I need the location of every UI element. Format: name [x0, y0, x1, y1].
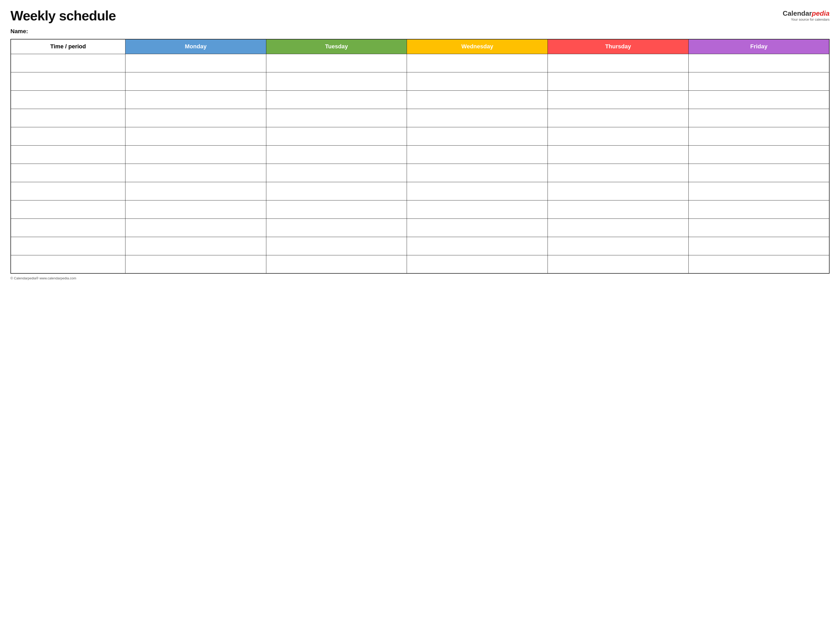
table-row: [11, 72, 829, 90]
table-cell[interactable]: [266, 218, 407, 237]
table-cell[interactable]: [125, 54, 266, 72]
schedule-table: Time / period Monday Tuesday Wednesday T…: [11, 39, 829, 274]
table-cell[interactable]: [11, 145, 125, 164]
table-cell[interactable]: [548, 218, 689, 237]
table-cell[interactable]: [548, 182, 689, 200]
table-cell[interactable]: [11, 127, 125, 145]
table-cell[interactable]: [688, 90, 829, 109]
table-cell[interactable]: [548, 200, 689, 218]
table-cell[interactable]: [11, 90, 125, 109]
logo-calendar-part: Calendar: [783, 9, 812, 17]
col-header-monday: Monday: [125, 39, 266, 54]
table-row: [11, 109, 829, 127]
table-cell[interactable]: [407, 237, 548, 255]
table-cell[interactable]: [407, 90, 548, 109]
table-cell[interactable]: [11, 218, 125, 237]
table-cell[interactable]: [125, 145, 266, 164]
table-cell[interactable]: [125, 218, 266, 237]
table-cell[interactable]: [266, 127, 407, 145]
logo-block: Calendarpedia Your source for calendars: [783, 9, 829, 22]
table-cell[interactable]: [688, 54, 829, 72]
table-row: [11, 237, 829, 255]
col-header-friday: Friday: [688, 39, 829, 54]
table-cell[interactable]: [548, 109, 689, 127]
table-cell[interactable]: [407, 164, 548, 182]
table-cell[interactable]: [266, 182, 407, 200]
table-cell[interactable]: [688, 237, 829, 255]
table-cell[interactable]: [266, 164, 407, 182]
table-cell[interactable]: [125, 200, 266, 218]
table-cell[interactable]: [11, 164, 125, 182]
table-cell[interactable]: [125, 127, 266, 145]
table-cell[interactable]: [125, 109, 266, 127]
table-cell[interactable]: [266, 237, 407, 255]
table-cell[interactable]: [11, 54, 125, 72]
footer-text: © Calendarpedia® www.calendarpedia.com: [11, 276, 829, 280]
table-cell[interactable]: [266, 255, 407, 273]
table-cell[interactable]: [11, 200, 125, 218]
table-cell[interactable]: [407, 72, 548, 90]
table-cell[interactable]: [688, 200, 829, 218]
col-header-thursday: Thursday: [548, 39, 689, 54]
table-row: [11, 182, 829, 200]
col-header-wednesday: Wednesday: [407, 39, 548, 54]
table-cell[interactable]: [11, 72, 125, 90]
table-cell[interactable]: [125, 182, 266, 200]
table-cell[interactable]: [548, 127, 689, 145]
table-cell[interactable]: [11, 255, 125, 273]
table-cell[interactable]: [407, 255, 548, 273]
table-cell[interactable]: [266, 200, 407, 218]
table-cell[interactable]: [688, 164, 829, 182]
table-cell[interactable]: [548, 54, 689, 72]
table-cell[interactable]: [548, 255, 689, 273]
table-header-row: Time / period Monday Tuesday Wednesday T…: [11, 39, 829, 54]
table-row: [11, 90, 829, 109]
logo-sub: Your source for calendars: [783, 17, 829, 22]
table-cell[interactable]: [548, 72, 689, 90]
table-cell[interactable]: [407, 109, 548, 127]
table-cell[interactable]: [688, 182, 829, 200]
table-cell[interactable]: [688, 218, 829, 237]
table-row: [11, 145, 829, 164]
table-cell[interactable]: [266, 90, 407, 109]
table-cell[interactable]: [407, 54, 548, 72]
logo-pedia-part: pedia: [812, 9, 829, 17]
table-row: [11, 127, 829, 145]
table-cell[interactable]: [688, 72, 829, 90]
table-cell[interactable]: [407, 218, 548, 237]
table-row: [11, 54, 829, 72]
table-cell[interactable]: [688, 255, 829, 273]
table-cell[interactable]: [11, 237, 125, 255]
table-cell[interactable]: [407, 182, 548, 200]
table-cell[interactable]: [688, 145, 829, 164]
table-cell[interactable]: [11, 182, 125, 200]
table-cell[interactable]: [266, 145, 407, 164]
table-cell[interactable]: [125, 255, 266, 273]
table-cell[interactable]: [266, 54, 407, 72]
table-cell[interactable]: [266, 109, 407, 127]
table-row: [11, 164, 829, 182]
table-cell[interactable]: [407, 127, 548, 145]
table-cell[interactable]: [548, 90, 689, 109]
table-row: [11, 218, 829, 237]
table-cell[interactable]: [688, 109, 829, 127]
page-header: Weekly schedule Calendarpedia Your sourc…: [11, 8, 829, 23]
table-cell[interactable]: [548, 237, 689, 255]
name-label: Name:: [11, 28, 829, 35]
col-header-time: Time / period: [11, 39, 125, 54]
table-cell[interactable]: [407, 200, 548, 218]
logo-text: Calendarpedia: [783, 9, 829, 17]
table-cell[interactable]: [407, 145, 548, 164]
table-cell[interactable]: [125, 237, 266, 255]
table-cell[interactable]: [125, 72, 266, 90]
table-cell[interactable]: [266, 72, 407, 90]
page-title: Weekly schedule: [11, 8, 116, 23]
table-cell[interactable]: [11, 109, 125, 127]
table-cell[interactable]: [548, 164, 689, 182]
table-cell[interactable]: [125, 90, 266, 109]
table-cell[interactable]: [125, 164, 266, 182]
table-cell[interactable]: [688, 127, 829, 145]
table-cell[interactable]: [548, 145, 689, 164]
table-row: [11, 200, 829, 218]
table-row: [11, 255, 829, 273]
